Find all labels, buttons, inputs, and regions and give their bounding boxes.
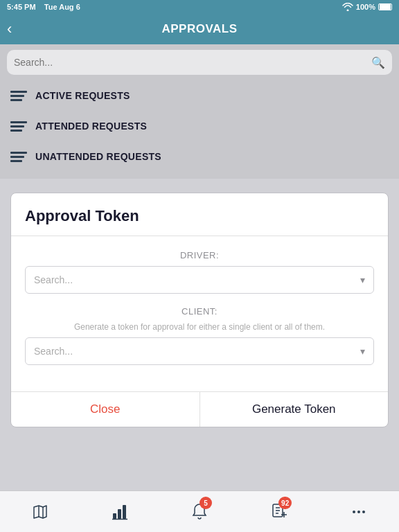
content-area: 🔍 ACTIVE REQUESTS ATTENDED REQUESTS (0, 44, 399, 532)
search-bar[interactable]: 🔍 (7, 50, 392, 75)
card-header: Approval Token (11, 193, 388, 236)
tab-reports[interactable]: 92 (240, 491, 319, 532)
tab-notifications[interactable]: 5 (159, 491, 239, 532)
map-icon (30, 502, 50, 522)
wifi-icon (342, 3, 353, 11)
battery-icon (378, 3, 392, 10)
sidebar-label-unattended: UNATTENDED REQUESTS (35, 151, 161, 162)
battery-percent: 100% (356, 3, 375, 11)
back-button[interactable]: ‹ (7, 21, 12, 37)
driver-dropdown[interactable]: Search... ▾ (25, 266, 374, 294)
status-bar-indicators: 100% (342, 3, 392, 11)
layers-icon-unattended (10, 150, 27, 163)
close-button[interactable]: Close (11, 392, 200, 427)
card-body: DRIVER: Search... ▾ CLIENT: Generate a t… (11, 236, 388, 391)
status-bar: 5:45 PM Tue Aug 6 100% (0, 0, 399, 14)
client-chevron-icon: ▾ (360, 346, 365, 357)
client-label: CLIENT: (25, 306, 374, 317)
svg-point-12 (353, 511, 355, 513)
svg-point-13 (357, 511, 360, 513)
status-time: 5:45 PM (7, 3, 36, 11)
battery-indicator (378, 3, 392, 10)
search-input[interactable] (14, 57, 367, 68)
sidebar-label-attended: ATTENDED REQUESTS (35, 121, 147, 132)
app-header: ‹ APPROVALS (0, 14, 399, 44)
client-field-section: CLIENT: Generate a token for approval fo… (25, 306, 374, 365)
header-title: APPROVALS (161, 22, 237, 36)
sidebar-item-attended[interactable]: ATTENDED REQUESTS (0, 111, 399, 141)
search-icon: 🔍 (371, 56, 385, 69)
tab-map[interactable] (0, 491, 80, 532)
sidebar-label-active: ACTIVE REQUESTS (35, 90, 130, 101)
sidebar-section: ACTIVE REQUESTS ATTENDED REQUESTS UNATTE… (0, 80, 399, 179)
status-bar-time-date: 5:45 PM Tue Aug 6 (7, 3, 80, 11)
search-bar-container: 🔍 (0, 44, 399, 80)
approval-token-card: Approval Token DRIVER: Search... ▾ CLIEN… (10, 193, 389, 427)
layers-icon-attended (10, 119, 27, 133)
more-icon (349, 502, 369, 522)
modal-backdrop: Approval Token DRIVER: Search... ▾ CLIEN… (0, 179, 399, 441)
driver-chevron-icon: ▾ (360, 274, 365, 285)
client-dropdown[interactable]: Search... ▾ (25, 337, 374, 365)
sidebar-item-active[interactable]: ACTIVE REQUESTS (0, 80, 399, 111)
status-date: Tue Aug 6 (44, 3, 80, 11)
client-hint: Generate a token for approval for either… (25, 322, 374, 332)
tab-chart[interactable] (80, 491, 159, 532)
tab-bar: 5 92 (0, 490, 399, 532)
svg-rect-4 (123, 505, 126, 519)
driver-placeholder: Search... (34, 274, 73, 285)
card-title: Approval Token (25, 207, 374, 225)
bell-badge: 5 (200, 497, 212, 509)
svg-point-14 (362, 511, 365, 513)
client-placeholder: Search... (34, 346, 73, 357)
reports-badge: 92 (278, 497, 292, 509)
driver-field-section: DRIVER: Search... ▾ (25, 250, 374, 294)
svg-rect-3 (118, 509, 121, 519)
svg-rect-2 (113, 513, 116, 519)
tab-more[interactable] (319, 491, 399, 532)
generate-token-button[interactable]: Generate Token (200, 392, 389, 427)
layers-icon-active (10, 89, 27, 103)
card-footer: Close Generate Token (11, 391, 388, 427)
driver-label: DRIVER: (25, 250, 374, 260)
sidebar-item-unattended[interactable]: UNATTENDED REQUESTS (0, 141, 399, 172)
page: 5:45 PM Tue Aug 6 100% ‹ APPROVALS (0, 0, 399, 532)
chart-icon (110, 502, 130, 522)
